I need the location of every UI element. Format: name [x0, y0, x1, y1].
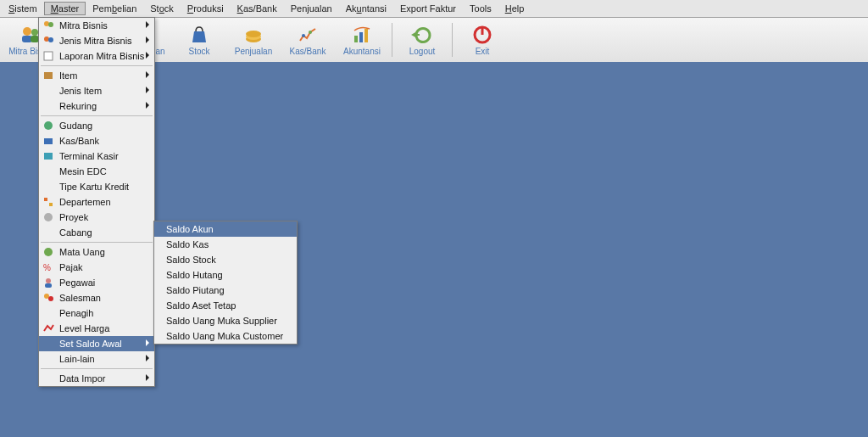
menu-separator: [41, 115, 153, 116]
svg-point-21: [44, 36, 49, 42]
users-icon: [41, 18, 56, 33]
menuitem-salesman[interactable]: Salesman: [39, 290, 154, 305]
menuitem-saldouangmukacustomer[interactable]: Saldo Uang Muka Customer: [154, 328, 297, 344]
menuitem-matauang[interactable]: Mata Uang: [39, 244, 154, 260]
chevron-right-icon: [146, 71, 149, 78]
menuitem-saldostock[interactable]: Saldo Stock: [154, 252, 297, 267]
svg-point-22: [48, 37, 53, 42]
menu-akuntansi[interactable]: Akuntansi: [339, 2, 393, 15]
menu-exportfaktur[interactable]: Export Faktur: [393, 2, 463, 15]
bank-icon: [41, 133, 56, 148]
svg-point-0: [23, 27, 31, 36]
dropdown-master: Mitra Bisnis Jenis Mitra Bisnis Laporan …: [38, 17, 155, 387]
svg-point-20: [48, 22, 53, 27]
report-icon: [41, 48, 56, 64]
menuitem-mitrabisnis[interactable]: Mitra Bisnis: [39, 18, 154, 33]
menuitem-laporanmitrabisnis[interactable]: Laporan Mitra Bisnis: [39, 48, 154, 64]
menuitem-gudang[interactable]: Gudang: [39, 118, 154, 133]
menu-kasbank[interactable]: Kas/Bank: [231, 2, 284, 15]
bank-icon: [297, 24, 319, 46]
menuitem-saldoasettetap[interactable]: Saldo Aset Tetap: [154, 298, 297, 313]
svg-point-36: [48, 296, 53, 301]
menuitem-pegawai[interactable]: Pegawai: [39, 275, 154, 290]
menuitem-kasbank[interactable]: Kas/Bank: [39, 133, 154, 148]
svg-point-12: [302, 34, 305, 37]
svg-point-19: [44, 21, 49, 26]
svg-rect-16: [364, 29, 368, 42]
toolbar-label: Kas/Bank: [290, 47, 326, 56]
svg-point-31: [44, 248, 53, 256]
menuitem-setsaldoawal[interactable]: Set Saldo Awal: [39, 336, 154, 351]
menuitem-terminalkasir[interactable]: Terminal Kasir: [39, 148, 154, 164]
chevron-right-icon: [146, 374, 149, 381]
toolbar-exit[interactable]: Exit: [457, 20, 508, 60]
toolbar-kasbank[interactable]: Kas/Bank: [282, 20, 333, 60]
toolbar-separator: [452, 23, 453, 57]
chevron-right-icon: [146, 87, 149, 93]
menu-stock[interactable]: Stock: [143, 2, 181, 15]
menuitem-saldokas[interactable]: Saldo Kas: [154, 237, 297, 252]
menubar: Sistem Master Pembelian Stock Produksi K…: [0, 0, 868, 18]
menuitem-levelharga[interactable]: Level Harga: [39, 321, 154, 336]
bag-icon: [188, 24, 210, 46]
menuitem-rekuring[interactable]: Rekuring: [39, 98, 154, 114]
chevron-right-icon: [146, 36, 149, 43]
svg-rect-23: [44, 52, 53, 60]
menuitem-mesinedc[interactable]: Mesin EDC: [39, 164, 154, 179]
menuitem-item[interactable]: Item: [39, 68, 154, 83]
chevron-right-icon: [146, 355, 149, 361]
terminal-icon: [41, 148, 56, 164]
toolbar-label: Penjualan: [235, 47, 272, 56]
toolbar-stock[interactable]: Stock: [174, 20, 225, 60]
menu-master[interactable]: Master: [44, 2, 86, 15]
svg-rect-29: [49, 203, 53, 206]
money-icon: [242, 24, 264, 46]
toolbar-label: Logout: [409, 47, 436, 56]
svg-rect-26: [44, 138, 53, 144]
menuitem-cabang[interactable]: Cabang: [39, 225, 154, 240]
price-icon: [41, 321, 56, 336]
menuitem-lainlain[interactable]: Lain-lain: [39, 351, 154, 367]
proj-icon: [41, 210, 56, 225]
svg-point-11: [246, 31, 261, 37]
menu-separator: [41, 242, 153, 243]
menuitem-saldouangmukasupplier[interactable]: Saldo Uang Muka Supplier: [154, 313, 297, 328]
users2-icon: [41, 33, 56, 48]
logout-icon: [411, 24, 433, 46]
menuitem-dataimpor[interactable]: Data Impor: [39, 371, 154, 386]
menu-tools[interactable]: Tools: [463, 2, 498, 15]
toolbar-logout[interactable]: Logout: [397, 20, 448, 60]
menuitem-saldohutang[interactable]: Saldo Hutang: [154, 267, 297, 283]
toolbar-penjualan[interactable]: Penjualan: [228, 20, 279, 60]
menu-separator: [41, 65, 153, 66]
menu-sistem[interactable]: Sistem: [2, 2, 44, 15]
currency-icon: [41, 244, 56, 260]
svg-point-35: [44, 294, 49, 299]
menuitem-jenismitrabisnis[interactable]: Jenis Mitra Bisnis: [39, 33, 154, 48]
menuitem-saldopiutang[interactable]: Saldo Piutang: [154, 283, 297, 298]
svg-rect-24: [44, 72, 53, 79]
percent-icon: %: [41, 260, 56, 275]
menuitem-jenisitem[interactable]: Jenis Item: [39, 83, 154, 98]
menuitem-departemen[interactable]: Departemen: [39, 194, 154, 210]
menuitem-penagih[interactable]: Penagih: [39, 305, 154, 321]
globe-icon: [41, 118, 56, 133]
chevron-right-icon: [146, 52, 149, 59]
menuitem-proyek[interactable]: Proyek: [39, 210, 154, 225]
toolbar-akuntansi[interactable]: Akuntansi: [337, 20, 387, 60]
menu-separator: [41, 368, 153, 369]
svg-rect-28: [44, 198, 47, 201]
menuitem-saldoakun[interactable]: Saldo Akun: [154, 221, 297, 237]
menu-help[interactable]: Help: [498, 2, 531, 15]
toolbar-label: Akuntansi: [343, 47, 381, 56]
menuitem-pajak[interactable]: %Pajak: [39, 260, 154, 275]
dropdown-setsaldoawal: Saldo Akun Saldo Kas Saldo Stock Saldo H…: [153, 221, 298, 345]
menu-pembelian[interactable]: Pembelian: [86, 2, 143, 15]
menuitem-tipekartukredit[interactable]: Tipe Kartu Kredit: [39, 179, 154, 194]
svg-point-25: [44, 121, 53, 130]
power-icon: [471, 24, 493, 46]
menu-penjualan[interactable]: Penjualan: [284, 2, 339, 15]
svg-rect-15: [359, 32, 363, 42]
svg-point-30: [44, 213, 53, 221]
menu-produksi[interactable]: Produksi: [181, 2, 231, 15]
